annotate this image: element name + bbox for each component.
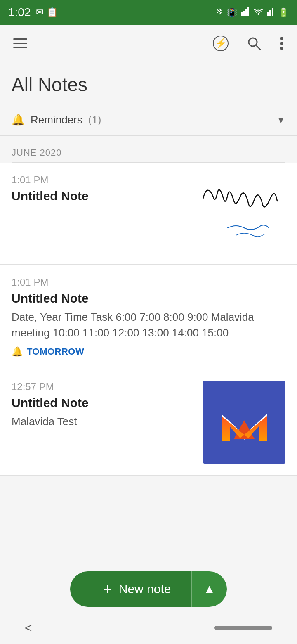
status-left-icons: ✉ 📋 bbox=[36, 7, 58, 18]
fab-plus-icon: + bbox=[103, 580, 112, 598]
reminders-label: Reminders bbox=[31, 114, 82, 126]
sync-icon: ⚡ bbox=[213, 36, 229, 51]
section-header: JUNE 2020 bbox=[0, 136, 297, 162]
reminders-count: (1) bbox=[88, 114, 101, 126]
reminders-dropdown-icon: ▼ bbox=[276, 115, 285, 125]
signal-bars-icon bbox=[241, 7, 250, 18]
menu-button[interactable] bbox=[10, 35, 31, 51]
svg-point-9 bbox=[280, 37, 283, 40]
svg-rect-6 bbox=[272, 8, 273, 16]
sync-button[interactable]: ⚡ bbox=[210, 32, 232, 54]
vibrate-icon: 📳 bbox=[227, 7, 237, 17]
status-bar: 1:02 ✉ 📋 📳 bbox=[0, 0, 297, 25]
navigation-bar: < bbox=[0, 611, 297, 644]
status-left: 1:02 ✉ 📋 bbox=[8, 6, 58, 19]
note-2-preview: Date, Year Time Task 6:00 7:00 8:00 9:00… bbox=[12, 310, 285, 341]
bluetooth-icon bbox=[215, 7, 223, 18]
note-3-text: 12:57 PM Untitled Note Malavida Test bbox=[12, 381, 203, 430]
network-signal-icon bbox=[267, 7, 274, 18]
note-3-time: 12:57 PM bbox=[12, 381, 195, 393]
svg-point-10 bbox=[280, 42, 283, 45]
fab-label: New note bbox=[119, 582, 171, 596]
note-3-divider bbox=[12, 476, 285, 476]
note-item[interactable]: 1:01 PM Untitled Note bbox=[0, 163, 297, 265]
status-time: 1:02 bbox=[8, 6, 31, 19]
chevron-up-icon: ▲ bbox=[203, 582, 216, 596]
note-1-layout: 1:01 PM Untitled Note bbox=[12, 174, 285, 253]
page-title: All Notes bbox=[12, 73, 285, 96]
note-2-title: Untitled Note bbox=[12, 291, 285, 305]
svg-rect-5 bbox=[269, 10, 271, 16]
page-title-section: All Notes bbox=[0, 62, 297, 104]
reminders-left: 🔔 Reminders (1) bbox=[12, 114, 101, 126]
note-item[interactable]: 12:57 PM Untitled Note Malavida Test bbox=[0, 369, 297, 476]
more-options-button[interactable] bbox=[276, 33, 287, 54]
svg-rect-4 bbox=[267, 12, 269, 16]
vertical-dots-icon bbox=[280, 36, 284, 51]
svg-rect-2 bbox=[245, 9, 247, 16]
toolbar-right: ⚡ bbox=[210, 32, 287, 54]
note-2-time: 1:01 PM bbox=[12, 277, 285, 288]
reminder-badge-text: TOMORROW bbox=[27, 346, 84, 357]
status-right-icons: 📳 🔋 bbox=[215, 7, 289, 18]
svg-rect-0 bbox=[241, 12, 243, 16]
search-button[interactable] bbox=[243, 33, 265, 54]
wifi-icon bbox=[254, 8, 263, 17]
bell-icon: 🔔 bbox=[12, 114, 25, 126]
scroll-content: All Notes 🔔 Reminders (1) ▼ JUNE 2020 1:… bbox=[0, 62, 297, 559]
reminders-bar[interactable]: 🔔 Reminders (1) ▼ bbox=[0, 104, 297, 136]
reminder-bell-icon: 🔔 bbox=[12, 346, 23, 357]
note-1-text: 1:01 PM Untitled Note bbox=[12, 174, 195, 207]
note-1-signature bbox=[195, 174, 285, 253]
note-item[interactable]: 1:01 PM Untitled Note Date, Year Time Ta… bbox=[0, 265, 297, 369]
toolbar: ⚡ bbox=[0, 25, 297, 62]
toolbar-left bbox=[10, 35, 31, 51]
svg-rect-1 bbox=[243, 11, 245, 16]
svg-rect-3 bbox=[248, 7, 249, 16]
fab-expand-button[interactable]: ▲ bbox=[191, 571, 227, 607]
clipboard-icon: 📋 bbox=[47, 7, 58, 18]
note-3-thumbnail bbox=[203, 381, 285, 464]
new-note-button[interactable]: + New note bbox=[70, 571, 191, 607]
fab-container: + New note ▲ bbox=[70, 571, 227, 607]
gmail-icon: ✉ bbox=[36, 7, 43, 18]
note-1-title: Untitled Note bbox=[12, 189, 186, 203]
hamburger-icon bbox=[13, 38, 27, 48]
search-icon bbox=[247, 36, 262, 51]
note-3-layout: 12:57 PM Untitled Note Malavida Test bbox=[12, 381, 285, 464]
svg-point-11 bbox=[280, 47, 283, 50]
note-3-title: Untitled Note bbox=[12, 396, 195, 410]
note-2-reminder: 🔔 TOMORROW bbox=[12, 346, 285, 357]
note-1-time: 1:01 PM bbox=[12, 174, 186, 186]
svg-line-8 bbox=[256, 45, 260, 50]
home-pill bbox=[214, 626, 272, 630]
section-date-label: JUNE 2020 bbox=[12, 147, 62, 158]
battery-icon: 🔋 bbox=[278, 7, 289, 17]
back-button[interactable]: < bbox=[25, 621, 32, 635]
note-3-preview: Malavida Test bbox=[12, 414, 195, 430]
